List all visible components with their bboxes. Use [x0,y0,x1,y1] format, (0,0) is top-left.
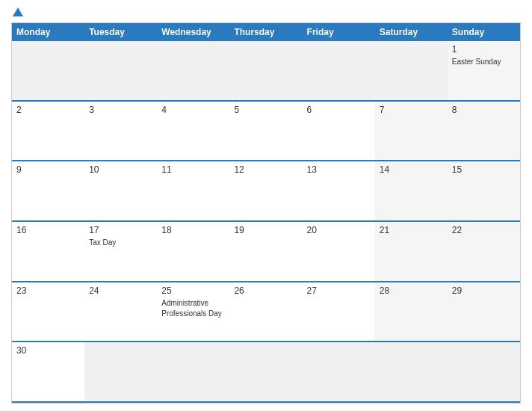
calendar-page: MondayTuesdayWednesdayThursdayFridaySatu… [0,0,532,411]
cal-cell-8: 8 [448,102,520,161]
day-number: 27 [307,285,371,296]
week-row-2: 2345678 [12,100,520,161]
cal-cell-22: 22 [448,222,520,281]
header-day-wednesday: Wednesday [157,23,229,41]
cal-cell-empty [303,41,375,100]
day-number: 28 [380,285,443,296]
day-number: 5 [234,105,297,115]
day-number: 2 [16,105,80,115]
day-number: 8 [452,105,516,115]
day-event: Easter Sunday [452,58,501,66]
cal-cell-26: 26 [229,282,302,342]
week-row-6: 30 [12,341,520,403]
cal-cell-14: 14 [375,161,448,220]
day-number: 21 [380,225,443,235]
day-number: 12 [234,164,297,175]
day-number: 20 [307,225,371,235]
cal-cell-empty [303,342,375,401]
day-number: 25 [161,285,225,296]
day-number: 7 [380,105,443,115]
cal-cell-empty [157,342,229,401]
week-row-5: 232425Administrative Professionals Day26… [12,281,520,342]
header [11,7,521,16]
calendar-body: 1Easter Sunday234567891011121314151617Ta… [12,41,520,403]
week-row-1: 1Easter Sunday [12,41,520,100]
week-row-3: 9101112131415 [12,160,520,220]
cal-cell-2: 2 [12,102,84,161]
cal-cell-18: 18 [157,222,229,281]
cal-cell-empty [448,342,520,401]
day-number: 17 [89,225,152,235]
cal-cell-10: 10 [84,161,157,220]
header-day-monday: Monday [12,23,84,41]
cal-cell-empty [229,342,302,401]
cal-cell-4: 4 [157,102,229,161]
cal-cell-5: 5 [229,102,302,161]
cal-cell-empty [375,342,448,401]
day-number: 29 [452,285,516,296]
header-day-thursday: Thursday [229,23,302,41]
cal-cell-empty [157,41,229,100]
cal-cell-29: 29 [448,282,520,342]
cal-cell-19: 19 [229,222,302,281]
header-day-tuesday: Tuesday [84,23,157,41]
cal-cell-empty [12,41,84,100]
cal-cell-23: 23 [12,282,84,342]
cal-cell-15: 15 [448,161,520,220]
cal-cell-11: 11 [157,161,229,220]
cal-cell-17: 17Tax Day [84,222,157,281]
header-day-saturday: Saturday [375,23,448,41]
cal-cell-3: 3 [84,102,157,161]
day-number: 16 [16,225,80,235]
day-number: 10 [89,164,152,175]
day-number: 9 [16,164,80,175]
day-number: 24 [89,285,152,296]
cal-cell-empty [84,342,157,401]
day-number: 1 [452,44,516,55]
cal-cell-21: 21 [375,222,448,281]
day-number: 6 [307,105,371,115]
day-number: 19 [234,225,297,235]
cal-cell-28: 28 [375,282,448,342]
day-event: Tax Day [89,238,116,247]
cal-cell-6: 6 [303,102,375,161]
calendar-header: MondayTuesdayWednesdayThursdayFridaySatu… [12,23,520,41]
cal-cell-empty [84,41,157,100]
cal-cell-empty [229,41,302,100]
day-number: 22 [452,225,516,235]
day-number: 4 [161,105,225,115]
day-event: Administrative Professionals Day [161,299,222,318]
cal-cell-24: 24 [84,282,157,342]
day-number: 13 [307,164,371,175]
cal-cell-30: 30 [12,342,84,401]
day-number: 11 [161,164,225,175]
cal-cell-13: 13 [303,161,375,220]
logo-triangle-icon [13,7,23,16]
calendar: MondayTuesdayWednesdayThursdayFridaySatu… [11,22,521,404]
week-row-4: 1617Tax Day1819202122 [12,220,520,281]
cal-cell-27: 27 [303,282,375,342]
cal-cell-25: 25Administrative Professionals Day [157,282,229,342]
day-number: 26 [234,285,297,296]
cal-cell-empty [375,41,448,100]
cal-cell-16: 16 [12,222,84,281]
cal-cell-9: 9 [12,161,84,220]
day-number: 3 [89,105,152,115]
header-day-friday: Friday [303,23,375,41]
logo [11,7,25,16]
day-number: 14 [380,164,443,175]
header-day-sunday: Sunday [448,23,520,41]
day-number: 23 [16,285,80,296]
cal-cell-7: 7 [375,102,448,161]
day-number: 30 [16,345,80,356]
day-number: 18 [161,225,225,235]
cal-cell-12: 12 [229,161,302,220]
cal-cell-1: 1Easter Sunday [448,41,520,100]
day-number: 15 [452,164,516,175]
cal-cell-20: 20 [303,222,375,281]
